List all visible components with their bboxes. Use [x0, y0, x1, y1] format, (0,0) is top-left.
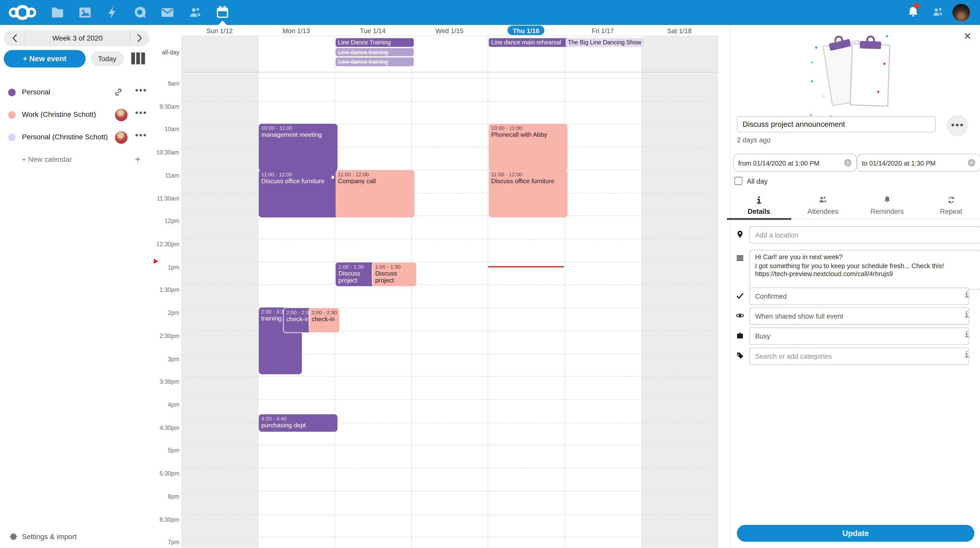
- location-pin-icon: [735, 229, 744, 239]
- event-time: 10:00 - 11:00: [261, 125, 335, 131]
- all-day-label: All day: [747, 177, 768, 184]
- visibility-select[interactable]: [749, 307, 969, 325]
- grid-line: [181, 514, 718, 514]
- user-avatar[interactable]: [953, 4, 970, 21]
- freebusy-select[interactable]: [749, 327, 969, 345]
- column-border: [258, 36, 258, 548]
- mail-app-icon[interactable]: [160, 5, 175, 20]
- day-header[interactable]: Mon 1/13: [258, 25, 334, 36]
- week-view-grid: all-day Sun 1/12Mon 1/13Tue 1/14Wed 1/15…: [153, 25, 730, 548]
- photos-app-icon[interactable]: [78, 5, 93, 20]
- tab-attendees[interactable]: Attendees: [791, 192, 855, 219]
- nextcloud-logo[interactable]: [7, 4, 38, 21]
- calendar-event[interactable]: 2:00 - 2:30check-in: [309, 307, 340, 333]
- files-app-icon[interactable]: [50, 5, 65, 20]
- event-title-input[interactable]: [737, 116, 935, 133]
- today-pill: Thu 1/16: [508, 25, 545, 35]
- timezone-globe-icon[interactable]: [844, 159, 852, 167]
- calendar-list-item[interactable]: Personal ●●●: [0, 85, 153, 100]
- calendar-color-dot: [8, 89, 16, 96]
- all-day-event[interactable]: The Big Line Dancing Show: [565, 38, 644, 46]
- top-navigation-bar: [0, 0, 980, 25]
- tab-repeat[interactable]: Repeat: [919, 192, 980, 219]
- talk-app-icon[interactable]: [132, 5, 148, 20]
- event-title: Discuss office furniture: [261, 177, 335, 184]
- time-axis-label: 2:30pm: [153, 332, 180, 339]
- day-header[interactable]: Wed 1/15: [411, 25, 488, 36]
- contacts-app-icon[interactable]: [188, 5, 203, 20]
- info-icon[interactable]: i: [964, 351, 969, 359]
- time-axis-label: 11:30am: [153, 195, 180, 202]
- grid-separator: [181, 36, 718, 36]
- notifications-bell-icon[interactable]: [906, 5, 921, 20]
- close-icon[interactable]: ✕: [961, 30, 974, 43]
- calendar-event[interactable]: 1:00 - 1:30Discuss project: [372, 262, 417, 286]
- update-button[interactable]: Update: [737, 525, 974, 542]
- contacts-menu-icon[interactable]: [931, 5, 946, 20]
- description-textarea[interactable]: Hi Carl! are you in next week? I got som…: [749, 250, 980, 290]
- grid-line: [181, 468, 718, 469]
- all-day-event[interactable]: Line dance main rehearsal: [489, 38, 567, 46]
- calendar-name: Personal: [22, 88, 110, 95]
- end-datetime-field[interactable]: to 01/14/2020 at 1:30 PM: [857, 154, 980, 172]
- day-header[interactable]: Tue 1/14: [334, 25, 411, 36]
- grid-line: [181, 262, 718, 262]
- info-icon[interactable]: i: [964, 291, 969, 299]
- briefcase-icon: [735, 330, 744, 341]
- info-icon[interactable]: i: [964, 330, 969, 339]
- info-icon[interactable]: i: [964, 310, 969, 319]
- calendar-actions-menu-icon[interactable]: ●●●: [135, 132, 147, 138]
- weekend-shading: [641, 36, 718, 548]
- editor-tabs: iDetailsAttendeesRemindersRepeat: [727, 192, 980, 219]
- calendar-actions-menu-icon[interactable]: ●●●: [135, 87, 147, 93]
- next-week-button[interactable]: [129, 30, 149, 46]
- day-header[interactable]: Thu 1/16: [488, 25, 564, 36]
- location-input[interactable]: [749, 226, 980, 244]
- activity-app-icon[interactable]: [105, 5, 120, 20]
- tab-details[interactable]: iDetails: [727, 192, 791, 219]
- view-toggle-icon[interactable]: [129, 52, 147, 65]
- calendar-event[interactable]: 11:00 - 12:00Discuss office furniture: [489, 170, 568, 218]
- time-axis-label: 4pm: [153, 401, 180, 408]
- day-header[interactable]: Sat 1/18: [641, 25, 718, 36]
- nextcloud-calendar-app: Week 3 of 2020 + New event Today Persona…: [0, 0, 980, 548]
- calendar-color-dot: [8, 111, 16, 119]
- plus-icon[interactable]: +: [135, 154, 140, 164]
- calendar-event[interactable]: 4:20 - 4:40purchasing dept: [259, 414, 338, 431]
- calendar-list-item[interactable]: Work (Christine Schott)●●●: [0, 107, 153, 122]
- start-datetime-field[interactable]: from 01/14/2020 at 1:00 PM: [733, 154, 857, 172]
- calendar-event[interactable]: 10:00 - 11:00Phonecall with Abby: [489, 124, 568, 172]
- calendar-event[interactable]: 11:00 - 12:00Company call: [335, 170, 414, 218]
- day-header[interactable]: Sun 1/12: [181, 25, 258, 36]
- calendar-actions-menu-icon[interactable]: ●●●: [135, 110, 147, 116]
- all-day-event[interactable]: Line dance training: [335, 57, 414, 66]
- day-header[interactable]: Fri 1/17: [565, 25, 641, 36]
- status-select[interactable]: [749, 288, 969, 305]
- all-day-event[interactable]: Line dance training: [335, 48, 414, 56]
- event-title: Discuss project: [375, 270, 414, 284]
- tab-label: Repeat: [940, 207, 962, 215]
- categories-input[interactable]: [749, 348, 969, 365]
- previous-week-button[interactable]: [4, 30, 26, 46]
- new-calendar-button[interactable]: + New calendar: [22, 156, 72, 163]
- timezone-globe-icon[interactable]: [967, 159, 976, 167]
- calendar-event[interactable]: 11:00 - 12:00Discuss office furniture: [259, 170, 338, 218]
- share-link-icon[interactable]: [114, 87, 123, 97]
- info-icon: i: [756, 195, 762, 205]
- all-day-label: all-day: [153, 49, 180, 56]
- column-border: [488, 36, 488, 548]
- week-label[interactable]: Week 3 of 2020: [25, 30, 129, 46]
- settings-and-import[interactable]: Settings & import: [0, 531, 153, 544]
- event-title: Company call: [338, 177, 412, 184]
- tab-reminders[interactable]: Reminders: [855, 192, 919, 219]
- all-day-event[interactable]: Line Dance Training: [335, 38, 414, 46]
- column-border: [718, 36, 718, 548]
- calendar-app-icon[interactable]: [215, 5, 230, 20]
- event-time: 10:00 - 11:00: [491, 125, 565, 131]
- all-day-checkbox[interactable]: [735, 177, 743, 185]
- new-event-button[interactable]: + New event: [4, 50, 86, 68]
- today-button[interactable]: Today: [91, 51, 124, 66]
- calendar-event[interactable]: 10:00 - 11:00management meeting: [259, 124, 338, 172]
- more-actions-button[interactable]: ●●●: [947, 115, 968, 136]
- calendar-list-item[interactable]: Personal (Christine Schott)●●●: [0, 130, 153, 145]
